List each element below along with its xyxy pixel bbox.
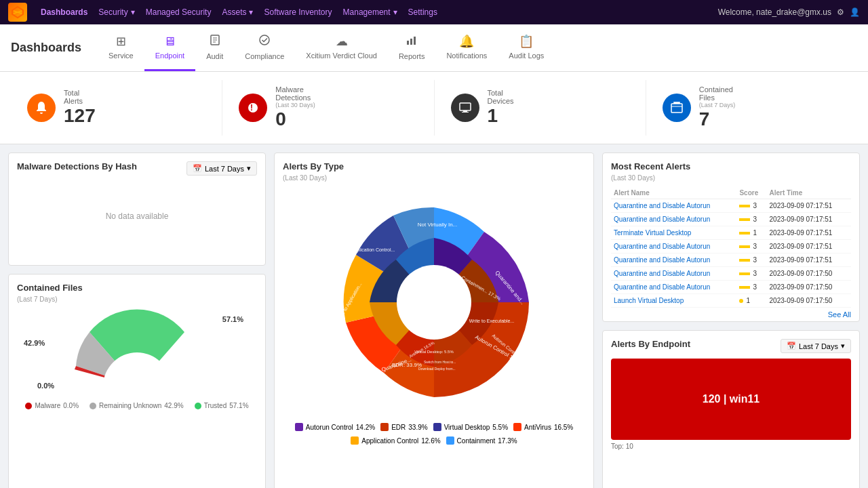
alert-score-cell: 3 [736, 213, 766, 226]
summary-total-devices: Total Devices 1 [435, 80, 646, 136]
tab-audit-logs[interactable]: 📋 Audit Logs [498, 24, 555, 71]
alerts-pie-chart: Not Virtually In... Quarantine and... Au… [319, 187, 549, 418]
most-recent-alerts-title: Most Recent Alerts [611, 161, 851, 171]
nav-software-inventory[interactable]: Software Inventory [264, 7, 332, 17]
top-navigation: Dashboards Security ▾ Managed Security A… [0, 0, 868, 24]
svg-text:EDR: 33.9%: EDR: 33.9% [392, 362, 422, 368]
svg-rect-15 [462, 112, 469, 113]
alert-name-cell[interactable]: Quarantine and Disable Autorun [611, 199, 736, 213]
nav-management[interactable]: Management ▾ [343, 7, 397, 17]
trusted-legend-dot [195, 403, 201, 409]
nav-managed-security[interactable]: Managed Security [146, 7, 212, 17]
legend-antivirus: AntiVirus 16.5% [513, 423, 573, 431]
malware-panel-title: Malware Detections By Hash [17, 161, 137, 171]
table-row: Quarantine and Disable Autorun32023-09-0… [611, 213, 851, 226]
tab-notifications[interactable]: 🔔 Notifications [435, 24, 498, 71]
contained-files-title: Contained Files [17, 283, 257, 293]
alert-score-cell: 1 [736, 294, 766, 308]
table-row: Launch Virtual Desktop12023-09-09 07:17:… [611, 294, 851, 308]
nav-settings[interactable]: Settings [408, 7, 437, 17]
unknown-legend-dot [90, 403, 96, 409]
user-info: Welcome, nate_drake@gmx.us ⚙ 👤 [718, 7, 860, 17]
malware-panel-header: Malware Detections By Hash 📅 Last 7 Days… [17, 161, 257, 176]
alert-name-cell[interactable]: Quarantine and Disable Autorun [611, 213, 736, 226]
settings-icon[interactable]: ⚙ [837, 7, 844, 17]
autorun-color [295, 423, 303, 431]
nav-assets[interactable]: Assets ▾ [222, 7, 253, 17]
app-control-color [351, 436, 359, 445]
svg-text:Application Control...: Application Control... [351, 247, 395, 253]
malware-pct-label: 0.0% [37, 382, 54, 390]
tab-reports[interactable]: Reports [388, 24, 436, 71]
most-recent-alerts-subtitle: (Last 30 Days) [611, 174, 851, 182]
alert-name-cell[interactable]: Launch Virtual Desktop [611, 294, 736, 308]
compliance-icon [258, 34, 271, 49]
tab-endpoint[interactable]: 🖥 Endpoint [144, 24, 195, 71]
right-panel: Most Recent Alerts (Last 30 Days) Alert … [602, 152, 860, 488]
contained-files-icon [663, 94, 691, 122]
malware-detections-panel: Malware Detections By Hash 📅 Last 7 Days… [8, 152, 266, 266]
alert-name-cell[interactable]: Terminate Virtual Desktop [611, 226, 736, 240]
svg-rect-8 [407, 41, 409, 45]
alerts-by-type-subtitle: (Last 30 Days) [283, 174, 585, 182]
dash-nav-tabs: ⊞ Service 🖥 Endpoint Audit Compliance ☁ … [98, 24, 555, 71]
table-row: Terminate Virtual Desktop12023-09-09 07:… [611, 226, 851, 240]
endpoint-icon: 🖥 [163, 35, 176, 49]
legend-containment: Containment 17.3% [446, 436, 517, 445]
app-logo [8, 3, 27, 22]
svg-text:Switch from Host to...: Switch from Host to... [424, 360, 456, 364]
table-row: Quarantine and Disable Autorun32023-09-0… [611, 267, 851, 281]
reports-icon [406, 34, 418, 49]
col-alert-name: Alert Name [611, 187, 736, 199]
legend-malware: Malware 0.0% [25, 402, 79, 409]
unknown-pct-label: 42.9% [24, 339, 45, 347]
legend-remaining-unknown: Remaining Unknown 42.9% [90, 402, 184, 409]
alert-name-cell[interactable]: Quarantine and Disable Autorun [611, 267, 736, 281]
tab-audit[interactable]: Audit [195, 24, 234, 71]
endpoint-calendar-icon: 📅 [787, 342, 796, 350]
service-icon: ⊞ [116, 34, 126, 49]
antivirus-color [513, 423, 521, 431]
user-icon[interactable]: 👤 [850, 7, 860, 17]
main-content: Malware Detections By Hash 📅 Last 7 Days… [0, 144, 868, 488]
legend-edr: EDR 33.9% [380, 423, 427, 431]
see-all-link[interactable]: See All [611, 310, 851, 319]
svg-text:Write to Executable...: Write to Executable... [469, 319, 514, 323]
alert-time-cell: 2023-09-09 07:17:51 [767, 253, 851, 267]
svg-rect-13 [460, 103, 471, 110]
svg-text:!: ! [250, 103, 253, 113]
summary-contained-files: Contained Files (Last 7 Days) 7 [646, 80, 857, 136]
alert-name-cell[interactable]: Quarantine and Disable Autorun [611, 253, 736, 267]
alert-score-cell: 3 [736, 267, 766, 281]
contained-files-subtitle: (Last 7 Days) [17, 296, 257, 303]
alert-score-cell: 3 [736, 199, 766, 213]
legend-app-control: Application Control 12.6% [351, 436, 440, 445]
malware-legend-dot [25, 403, 32, 409]
audit-logs-icon: 📋 [519, 34, 534, 49]
table-row: Quarantine and Disable Autorun32023-09-0… [611, 199, 851, 213]
alert-time-cell: 2023-09-09 07:17:51 [767, 199, 851, 213]
tab-compliance[interactable]: Compliance [234, 24, 295, 71]
endpoint-filter-button[interactable]: 📅 Last 7 Days ▾ [781, 339, 851, 353]
endpoint-dropdown-icon: ▾ [841, 342, 845, 350]
dashboard-navigation: Dashboards ⊞ Service 🖥 Endpoint Audit Co… [0, 24, 868, 72]
alerts-table: Alert Name Score Alert Time Quarantine a… [611, 187, 851, 308]
nav-dashboards[interactable]: Dashboards [41, 7, 87, 17]
malware-no-data: No data available [17, 176, 257, 257]
alert-time-cell: 2023-09-09 07:17:51 [767, 226, 851, 240]
total-alerts-icon [27, 94, 56, 122]
tab-xcitium-verdict[interactable]: ☁ Xcitium Verdict Cloud [295, 24, 388, 71]
containment-color [446, 436, 454, 445]
tab-service[interactable]: ⊞ Service [98, 24, 144, 71]
alert-time-cell: 2023-09-09 07:17:51 [767, 240, 851, 253]
nav-security[interactable]: Security ▾ [98, 7, 134, 17]
alert-name-cell[interactable]: Quarantine and Disable Autorun [611, 281, 736, 294]
contained-files-text: Contained Files (Last 7 Days) 7 [699, 85, 736, 130]
alerts-by-endpoint-panel: Alerts By Endpoint 📅 Last 7 Days ▾ 120 |… [602, 330, 860, 488]
left-panel: Malware Detections By Hash 📅 Last 7 Days… [8, 152, 266, 488]
malware-filter-button[interactable]: 📅 Last 7 Days ▾ [186, 161, 257, 176]
alerts-by-type-panel: Alerts By Type (Last 30 Days) [274, 152, 594, 488]
col-score: Score [736, 187, 766, 199]
alert-name-cell[interactable]: Quarantine and Disable Autorun [611, 240, 736, 253]
svg-text:Not Virtually In...: Not Virtually In... [418, 222, 458, 228]
